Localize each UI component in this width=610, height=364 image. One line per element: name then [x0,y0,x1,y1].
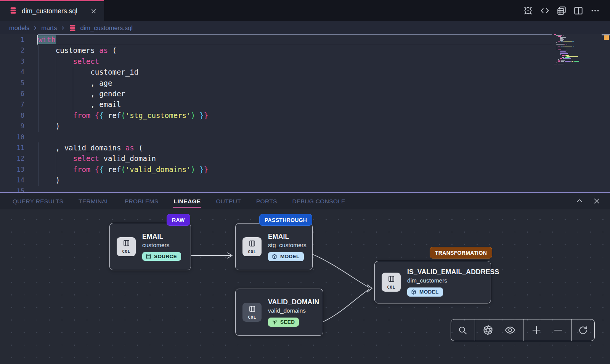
breadcrumb-models[interactable]: models [9,24,29,32]
code-token [38,68,90,76]
panel-tab-output[interactable]: OUTPUT [216,193,241,209]
tab-title: dim_customers.sql [22,7,85,15]
eye-icon[interactable] [501,321,519,339]
close-tab-icon[interactable] [90,8,97,15]
code-token: } [199,111,204,120]
code-token: 'valid_domains' [125,165,191,174]
code-token: ) [191,165,195,174]
code-line[interactable]: , age [38,78,208,88]
breadcrumb: models marts dim_customers.sql [0,21,610,34]
tab-dim-customers-sql[interactable]: dim_customers.sql [0,0,104,21]
zoom-in-icon[interactable] [528,321,545,339]
code-line[interactable]: , valid_domains as ( [38,142,208,153]
code-token: , [38,79,99,87]
toolbar-group [475,319,523,341]
lineage-badge-transformation: TRANSFORMATION [430,247,492,259]
code-token: } [204,111,208,120]
panel-tab-terminal[interactable]: TERMINAL [79,193,109,209]
code-line[interactable]: ) [38,121,208,131]
seedling-icon [271,319,278,325]
search-icon[interactable] [454,321,472,339]
code-icon[interactable] [539,6,550,16]
zoom-out-icon[interactable] [549,321,567,339]
node-type-pill-model: MODEL [268,252,304,261]
toolbar-group [523,319,571,341]
panel-tab-debug-console[interactable]: DEBUG CONSOLE [292,193,345,209]
code-line[interactable]: select [38,56,208,67]
line-number: 14 [0,175,24,185]
panel-tabs: QUERY RESULTSTERMINALPROBLEMSLINEAGEOUTP… [13,193,345,209]
code-token [90,111,95,120]
code-line[interactable]: with [38,34,208,45]
code-token [195,165,199,174]
panel-tab-query-results[interactable]: QUERY RESULTS [13,193,63,209]
code-line[interactable] [38,185,208,192]
code-line[interactable]: select valid_domain [38,153,208,164]
col-label: COL [248,315,256,320]
line-number: 10 [0,132,24,142]
code-line[interactable]: from {{ ref('stg_customers') }} [38,110,208,121]
edge-arrowhead [367,285,372,292]
split-editor-icon[interactable] [573,6,583,16]
node-model-name: dim_customers [407,277,499,284]
app-window: dim_customers.sql models marts dim_custo… [0,0,610,364]
close-panel-icon[interactable] [591,196,602,206]
column-icon: COL [242,237,262,256]
code-token: , [38,100,99,109]
code-content[interactable]: with customers as ( select customer_id ,… [38,34,208,192]
lineage-node-stg_customers[interactable]: COLEMAILstg_customersMODEL [235,223,313,270]
code-token: ) [38,176,60,184]
panel-tab-problems[interactable]: PROBLEMS [125,193,159,209]
minimap[interactable] [553,34,602,192]
code-token: ( [121,111,125,120]
chevron-right-icon [60,26,65,30]
code-token: { [95,165,99,174]
breadcrumb-file[interactable]: dim_customers.sql [80,24,133,32]
edge-seed-to-dim [323,289,369,322]
line-number: 1 [0,34,24,45]
code-line[interactable]: ) [38,175,208,185]
panel-header: QUERY RESULTSTERMINALPROBLEMSLINEAGEOUTP… [0,193,610,209]
code-line[interactable]: customer_id [38,67,208,77]
columns-icon [387,275,395,284]
indent-guide [38,142,39,186]
node-model-name: customers [142,242,181,249]
edge-stg-to-dim [313,254,369,287]
line-number: 7 [0,99,24,110]
collapse-panel-icon[interactable] [574,196,584,206]
node-type-pill-model: MODEL [407,287,443,297]
code-line[interactable]: from {{ ref('valid_domains') }} [38,164,208,175]
lineage-canvas[interactable]: RAWCOLEMAILcustomersSOURCEPASSTHROUGHCOL… [0,209,610,364]
more-icon[interactable] [590,6,600,16]
lineage-node-customers[interactable]: COLEMAILcustomersSOURCE [109,223,191,270]
refresh-icon[interactable] [574,321,592,339]
sql-file-icon [9,6,17,16]
code-editor[interactable]: 123456789101112131415 with customers as … [0,34,610,192]
lineage-node-valid_domains[interactable]: COLVALID_DOMAINvalid_domainsSEED [235,289,323,336]
lineage-node-dim_customers[interactable]: COLIS_VALID_EMAIL_ADDRESSdim_customersMO… [374,261,491,303]
code-line[interactable]: customers as ( [38,45,208,56]
panel-tab-ports[interactable]: PORTS [256,193,277,209]
copy-table-icon[interactable] [556,6,567,16]
dbt-logo-icon[interactable] [523,6,533,16]
column-icon: COL [117,237,136,256]
node-type-label: SOURCE [154,254,177,259]
code-token: { [95,111,99,120]
line-number: 11 [0,142,24,153]
code-line[interactable]: , email [38,99,208,110]
overview-ruler-marker [604,35,609,40]
code-token: ( [121,165,125,174]
lineage-badge-passthrough: PASSTHROUGH [259,214,312,226]
columns-icon [248,305,256,315]
lineage-toolbar [451,319,595,341]
col-label: COL [248,249,256,254]
code-line[interactable]: , gender [38,88,208,99]
breadcrumb-marts[interactable]: marts [41,24,57,32]
panel-tab-lineage[interactable]: LINEAGE [173,193,201,209]
aperture-icon[interactable] [479,321,497,339]
chevron-right-icon [33,26,38,30]
code-token [195,111,199,120]
node-model-name: stg_customers [268,242,307,249]
code-line[interactable] [38,132,208,142]
line-number: 3 [0,56,24,67]
